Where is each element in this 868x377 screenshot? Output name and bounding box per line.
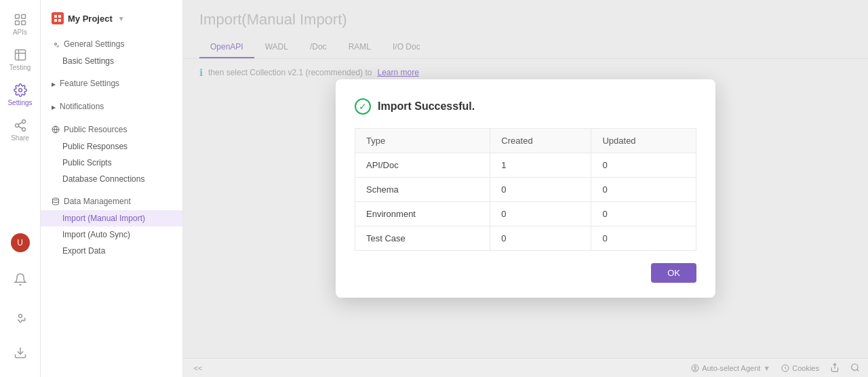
cell-updated: 0 [591, 226, 696, 251]
table-row: Test Case00 [355, 226, 696, 251]
general-settings-section: General Settings Basic Settings [41, 35, 182, 69]
modal-footer: OK [355, 263, 696, 283]
modal-title: Import Successful. [378, 100, 475, 113]
chevron-right-icon-2 [52, 102, 56, 111]
svg-rect-14 [54, 19, 57, 22]
svg-point-5 [22, 120, 25, 123]
export-data-item[interactable]: Export Data [41, 243, 182, 259]
basic-settings-item[interactable]: Basic Settings [41, 53, 182, 69]
svg-rect-2 [15, 21, 19, 25]
svg-point-19 [53, 198, 59, 200]
cell-created: 0 [490, 226, 591, 251]
sidebar-item-testing[interactable]: Testing [0, 42, 41, 77]
sidebar-item-apis[interactable]: APIs [0, 7, 41, 42]
svg-point-6 [15, 124, 18, 127]
col-created: Created [490, 129, 591, 153]
modal-header: ✓ Import Successful. [355, 98, 696, 115]
svg-rect-0 [15, 15, 19, 19]
feature-settings-header[interactable]: Feature Settings [41, 75, 182, 92]
export-button[interactable] [0, 335, 41, 370]
bottom-settings-button[interactable] [0, 298, 41, 334]
svg-rect-13 [58, 15, 61, 18]
chevron-right-icon [52, 79, 56, 88]
sidebar-item-settings[interactable]: Settings [0, 77, 41, 113]
cell-type: API/Doc [355, 153, 490, 178]
cell-updated: 0 [591, 153, 696, 178]
sidebar-testing-label: Testing [9, 64, 31, 71]
main-content: Import(Manual Import) OpenAPI WADL /Doc … [183, 0, 868, 377]
project-icon [52, 12, 64, 24]
project-name: My Project [68, 14, 113, 24]
project-header[interactable]: My Project ▼ [41, 7, 182, 30]
database-connections-item[interactable]: Database Connections [41, 171, 182, 187]
svg-point-4 [18, 89, 22, 92]
public-responses-item[interactable]: Public Responses [41, 138, 182, 155]
feature-settings-label: Feature Settings [60, 79, 119, 88]
notification-button[interactable] [0, 262, 41, 297]
col-type: Type [355, 129, 490, 153]
svg-point-7 [22, 127, 25, 131]
sidebar-bottom: U [0, 225, 41, 370]
feature-settings-section: Feature Settings [41, 75, 182, 92]
general-settings-label: General Settings [64, 39, 124, 49]
public-scripts-item[interactable]: Public Scripts [41, 155, 182, 171]
svg-rect-3 [21, 21, 25, 25]
data-management-label: Data Management [64, 197, 131, 206]
nav-panel: My Project ▼ General Settings Basic Sett… [41, 0, 183, 377]
sidebar-apis-label: APIs [13, 28, 27, 36]
table-row: API/Doc10 [355, 153, 696, 178]
cell-type: Environment [355, 202, 490, 226]
cell-type: Schema [355, 178, 490, 202]
data-management-section: Data Management Import (Manual Import) I… [41, 193, 182, 259]
cell-created: 0 [490, 202, 591, 226]
col-updated: Updated [591, 129, 696, 153]
svg-line-9 [18, 122, 22, 124]
svg-rect-1 [21, 15, 25, 19]
ok-button[interactable]: OK [651, 263, 696, 283]
success-icon: ✓ [355, 98, 371, 115]
data-management-header[interactable]: Data Management [41, 193, 182, 210]
sidebar-item-share[interactable]: Share [0, 113, 41, 148]
svg-rect-15 [58, 19, 61, 22]
public-resources-header[interactable]: Public Resources [41, 121, 182, 138]
cell-created: 0 [490, 178, 591, 202]
public-resources-label: Public Resources [64, 125, 127, 134]
notifications-section: Notifications [41, 98, 182, 115]
cell-updated: 0 [591, 178, 696, 202]
general-settings-header[interactable]: General Settings [41, 35, 182, 53]
modal-overlay: ✓ Import Successful. Type Created Update… [183, 0, 868, 377]
sidebar-share-label: Share [11, 134, 29, 142]
user-avatar-button[interactable]: U [0, 225, 41, 260]
svg-point-10 [18, 315, 22, 318]
table-row: Environment00 [355, 202, 696, 226]
svg-rect-12 [54, 15, 57, 18]
cell-updated: 0 [591, 202, 696, 226]
import-table: Type Created Updated API/Doc10Schema00En… [355, 128, 696, 251]
import-autosync-item[interactable]: Import (Auto Sync) [41, 226, 182, 243]
table-row: Schema00 [355, 178, 696, 202]
notifications-header[interactable]: Notifications [41, 98, 182, 115]
avatar: U [11, 233, 30, 252]
svg-point-16 [55, 43, 57, 45]
notifications-label: Notifications [60, 102, 104, 111]
svg-line-8 [18, 126, 22, 128]
sidebar-settings-label: Settings [7, 99, 32, 106]
cell-type: Test Case [355, 226, 490, 251]
public-resources-section: Public Resources Public Responses Public… [41, 121, 182, 187]
import-manual-item[interactable]: Import (Manual Import) [41, 210, 182, 226]
cell-created: 1 [490, 153, 591, 178]
sidebar: APIs Testing Settings Share U [0, 0, 41, 377]
import-success-modal: ✓ Import Successful. Type Created Update… [336, 79, 715, 298]
